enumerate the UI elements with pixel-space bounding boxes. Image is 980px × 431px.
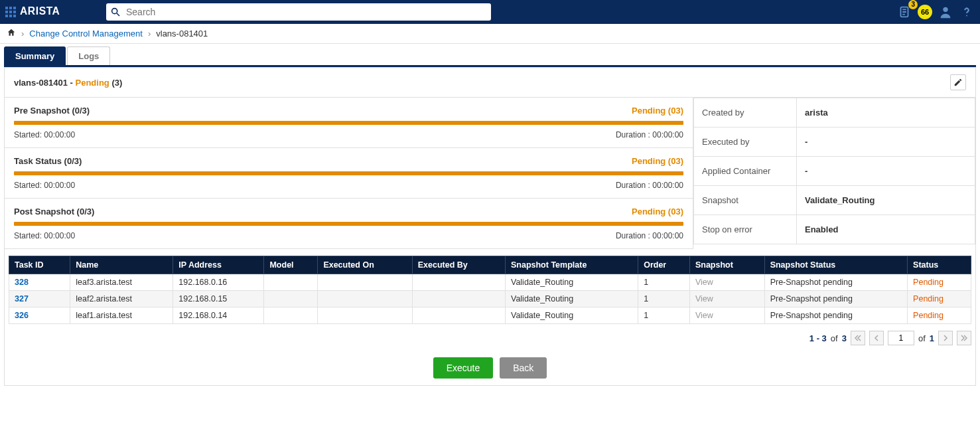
- page-count: (3): [109, 78, 123, 88]
- section-title: Task Status (0/3): [14, 156, 82, 166]
- pencil-icon: [953, 78, 963, 87]
- svg-point-4: [943, 7, 947, 12]
- chevron-right-icon: ›: [148, 29, 151, 39]
- page-last-button[interactable]: [957, 331, 971, 345]
- info-table: Created byaristaExecuted by-Applied Cont…: [693, 98, 975, 244]
- back-button[interactable]: Back: [500, 357, 547, 379]
- column-header[interactable]: Name: [70, 256, 173, 274]
- page-next-button[interactable]: [938, 331, 953, 345]
- search-input[interactable]: [125, 6, 487, 18]
- tasks-table: Task IDNameIP AddressModelExecuted OnExe…: [9, 256, 971, 324]
- svg-point-5: [966, 15, 967, 17]
- execute-button[interactable]: Execute: [433, 357, 494, 379]
- svg-text:ARISTA: ARISTA: [20, 5, 60, 17]
- clipboard-icon[interactable]: 3: [896, 4, 912, 20]
- arista-logo: ARISTA: [20, 5, 100, 19]
- progress-bar: [14, 121, 683, 125]
- table-row: 327leaf2.arista.test192.168.0.15Validate…: [9, 291, 971, 307]
- svg-line-2: [117, 13, 119, 16]
- edit-button[interactable]: [950, 74, 966, 90]
- status-badge: Pending: [76, 78, 109, 88]
- section-title: Post Snapshot (0/3): [14, 207, 94, 216]
- table-row: 328leaf3.arista.test192.168.0.16Validate…: [9, 274, 971, 291]
- page-range: 1 - 3: [809, 333, 827, 343]
- page-total-pages: 1: [930, 333, 934, 343]
- column-header[interactable]: Order: [638, 256, 690, 274]
- info-value: Enabled: [797, 215, 975, 244]
- progress-bar: [14, 222, 683, 226]
- column-header[interactable]: Task ID: [9, 256, 70, 274]
- search-box[interactable]: [106, 3, 491, 21]
- info-key: Executed by: [694, 128, 797, 157]
- column-header[interactable]: IP Address: [173, 256, 264, 274]
- search-icon: [110, 7, 121, 17]
- section-title: Pre Snapshot (0/3): [14, 106, 90, 116]
- view-link[interactable]: View: [695, 294, 713, 303]
- status-text: Pending: [913, 311, 944, 320]
- chevron-right-icon: ›: [21, 29, 24, 39]
- tab-logs[interactable]: Logs: [67, 46, 110, 65]
- help-icon[interactable]: [959, 4, 975, 20]
- column-header[interactable]: Status: [908, 256, 971, 274]
- task-id-link[interactable]: 327: [15, 294, 29, 303]
- task-id-link[interactable]: 328: [15, 278, 29, 287]
- apps-grid-icon[interactable]: [5, 7, 16, 17]
- breadcrumb: › Change Control Management › vlans-0814…: [0, 24, 980, 44]
- section-duration: Duration : 00:00:00: [616, 181, 683, 190]
- tab-summary[interactable]: Summary: [4, 46, 66, 65]
- page-input[interactable]: [888, 331, 914, 345]
- page-title: vlans-081401 -: [14, 78, 76, 88]
- page-first-button[interactable]: [851, 331, 865, 345]
- info-value: Validate_Routing: [797, 186, 975, 215]
- page-prev-button[interactable]: [869, 331, 884, 345]
- task-id-link[interactable]: 326: [15, 311, 29, 320]
- info-key: Snapshot: [694, 186, 797, 215]
- table-row: 326leaf1.arista.test192.168.0.14Validate…: [9, 307, 971, 324]
- info-value: -: [797, 128, 975, 157]
- section-status: Pending (03): [632, 207, 683, 216]
- view-link[interactable]: View: [695, 311, 713, 320]
- page-total-rows: 3: [842, 333, 847, 343]
- svg-point-1: [112, 9, 117, 14]
- breadcrumb-link[interactable]: Change Control Management: [29, 29, 143, 39]
- paginator: 1 - 3 of 3 of 1: [5, 331, 971, 345]
- info-value: -: [797, 157, 975, 186]
- info-value: arista: [797, 98, 975, 128]
- column-header[interactable]: Snapshot Status: [764, 256, 907, 274]
- section-started: Started: 00:00:00: [14, 181, 75, 190]
- info-key: Stop on error: [694, 215, 797, 244]
- progress-bar: [14, 171, 683, 175]
- column-header[interactable]: Snapshot Template: [505, 256, 638, 274]
- column-header[interactable]: Snapshot: [689, 256, 764, 274]
- view-link[interactable]: View: [695, 278, 713, 287]
- notification-badge[interactable]: 66: [918, 5, 932, 19]
- column-header[interactable]: Executed By: [412, 256, 505, 274]
- column-header[interactable]: Executed On: [318, 256, 412, 274]
- section-status: Pending (03): [632, 156, 683, 166]
- column-header[interactable]: Model: [264, 256, 318, 274]
- section-started: Started: 00:00:00: [14, 231, 75, 240]
- section-duration: Duration : 00:00:00: [616, 231, 683, 240]
- section-duration: Duration : 00:00:00: [616, 130, 683, 139]
- clipboard-badge: 3: [908, 0, 918, 9]
- user-icon[interactable]: [938, 4, 953, 20]
- status-text: Pending: [913, 278, 944, 287]
- breadcrumb-current: vlans-081401: [156, 29, 208, 39]
- section-status: Pending (03): [632, 106, 683, 116]
- info-key: Created by: [694, 98, 797, 128]
- status-text: Pending: [913, 294, 944, 303]
- section-started: Started: 00:00:00: [14, 130, 75, 139]
- info-key: Applied Container: [694, 157, 797, 186]
- home-icon[interactable]: [7, 28, 16, 39]
